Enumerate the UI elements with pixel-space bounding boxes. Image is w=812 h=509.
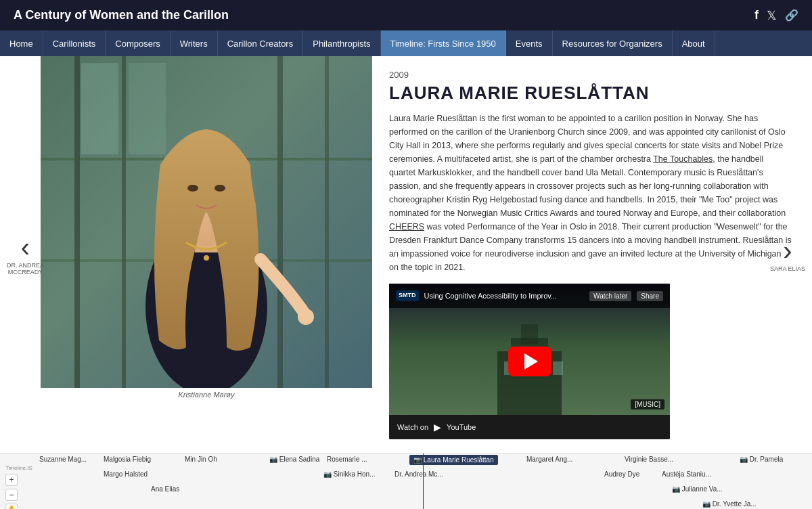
nav-about[interactable]: About: [673, 30, 715, 56]
main-content: ‹ DR. ANDREAMCCREADY: [0, 56, 812, 453]
app-title: A Century of Women and the Carillon: [14, 8, 229, 22]
tl-name-virginie[interactable]: Virginie Basse...: [623, 455, 675, 464]
nav-timeline[interactable]: Timeline: Firsts Since 1950: [381, 30, 506, 56]
next-button[interactable]: › SARA ELIAS: [770, 237, 805, 272]
year-label: 2009: [389, 70, 792, 80]
video-actions: Watch later Share: [589, 291, 663, 301]
photo-caption: Kristianne Marøy: [41, 388, 372, 401]
person-name: LAURA MARIE RUESLÅTTAN: [389, 83, 792, 104]
twitter-icon[interactable]: 𝕏: [767, 8, 777, 23]
person-photo: [41, 56, 372, 388]
svg-rect-8: [81, 63, 118, 154]
youtube-icon: ▶: [434, 422, 441, 433]
tl-name-ana[interactable]: Ana Elias: [149, 485, 181, 493]
svg-rect-5: [325, 56, 329, 388]
nav-carillon-creators[interactable]: Carillon Creators: [218, 30, 304, 56]
tl-name-julianne[interactable]: 📷 Julianne Va...: [670, 485, 725, 493]
tl-name-sinikka[interactable]: 📷 Sinikka Hon...: [321, 470, 377, 479]
prev-label: DR. ANDREAMCCREADY: [7, 262, 44, 275]
zoom-out-btn[interactable]: −: [5, 489, 18, 501]
zoom-in-btn[interactable]: +: [5, 474, 18, 486]
video-embed[interactable]: SMTD Using Cognitive Accessibility to Im…: [389, 284, 670, 439]
svg-rect-2: [74, 56, 80, 388]
svg-point-14: [215, 185, 225, 192]
svg-rect-9: [129, 63, 166, 154]
play-button[interactable]: [508, 347, 551, 376]
bio-text-part2: , the handbell quartet Markusklokker, an…: [389, 154, 786, 218]
youtube-label: YouTube: [447, 423, 476, 431]
facebook-icon[interactable]: f: [754, 8, 759, 22]
video-overlay: SMTD Using Cognitive Accessibility to Im…: [389, 284, 670, 439]
tl-name-elena[interactable]: 📷 Elena Sadina: [267, 455, 321, 464]
nav-composers[interactable]: Composers: [106, 30, 170, 56]
tl-name-audrey[interactable]: Audrey Dye: [602, 470, 641, 479]
tl-name-austeja[interactable]: Austėja Staniu...: [660, 470, 713, 479]
main-nav: Home Carillonists Composers Writers Cari…: [0, 30, 812, 56]
nav-carillonists[interactable]: Carillonists: [43, 30, 106, 56]
tl-name-pamela[interactable]: 📷 Dr. Pamela: [738, 455, 785, 464]
nav-events[interactable]: Events: [506, 30, 553, 56]
tl-name-margaret[interactable]: Margaret Ang...: [524, 455, 574, 464]
tl-name-rosemarie[interactable]: Rosemarie ...: [325, 455, 369, 464]
svg-point-13: [187, 185, 198, 192]
nav-writers[interactable]: Writers: [171, 30, 218, 56]
video-title: Using Cognitive Accessibility to Improv.…: [424, 292, 585, 300]
svg-point-15: [204, 255, 209, 261]
link-icon[interactable]: 🔗: [785, 9, 798, 22]
video-middle[interactable]: [MUSIC]: [389, 308, 670, 415]
timeline-info: Timeline.IS: [5, 465, 32, 471]
social-icons: f 𝕏 🔗: [754, 8, 798, 23]
person-content: 2009 LAURA MARIE RUESLÅTTAN Laura Marie …: [372, 56, 812, 453]
tl-name-andrea[interactable]: Dr. Andrea Mc...: [392, 470, 445, 479]
nav-philanthropists[interactable]: Philanthropists: [303, 30, 380, 56]
timeline-inner: Suzanne Mag... Malgosia Fiebig Min Jin O…: [24, 453, 812, 509]
video-bottom-bar: Watch on ▶ YouTube: [389, 415, 670, 439]
nav-home[interactable]: Home: [0, 30, 43, 56]
video-top-bar: SMTD Using Cognitive Accessibility to Im…: [389, 284, 670, 308]
play-icon: [524, 353, 538, 370]
music-badge: [MUSIC]: [631, 399, 664, 410]
next-label: SARA ELIAS: [770, 265, 805, 272]
tl-name-suzanne[interactable]: Suzanne Mag...: [37, 455, 89, 464]
watch-later-btn[interactable]: Watch later: [589, 291, 631, 301]
pan-btn[interactable]: ✋: [5, 504, 18, 509]
svg-rect-3: [122, 56, 126, 388]
nav-resources[interactable]: Resources for Organizers: [553, 30, 673, 56]
photo-section: Kristianne Marøy: [41, 56, 372, 453]
bio-text-part3: was voted Performance of the Year in Osl…: [389, 222, 792, 272]
timeline-section: Timeline.IS + − ✋ ↺ Suzanne Mag... Malgo…: [0, 453, 812, 509]
tl-name-margo[interactable]: Margo Halsted: [102, 470, 150, 479]
app-header: A Century of Women and the Carillon f 𝕏 …: [0, 0, 812, 30]
svg-rect-4: [277, 56, 283, 388]
tl-name-yvette[interactable]: 📷 Dr. Yvette Ja...: [700, 500, 759, 508]
cheers-link[interactable]: CHEERS: [389, 222, 424, 231]
tl-name-malgosia[interactable]: Malgosia Fiebig: [102, 455, 153, 464]
timeline-controls: Timeline.IS + − ✋ ↺: [5, 465, 32, 509]
smtd-badge: SMTD: [396, 290, 419, 301]
share-btn[interactable]: Share: [637, 291, 663, 301]
touchables-link[interactable]: The Touchables: [653, 154, 713, 164]
watch-on-text: Watch on: [397, 423, 428, 431]
bio-text: Laura Marie Rueslåttan is the first woma…: [389, 112, 792, 274]
prev-button[interactable]: ‹ DR. ANDREAMCCREADY: [7, 234, 44, 275]
active-timeline-line: [423, 453, 424, 509]
tl-name-minjin[interactable]: Min Jin Oh: [183, 455, 219, 464]
svg-point-16: [298, 309, 314, 325]
